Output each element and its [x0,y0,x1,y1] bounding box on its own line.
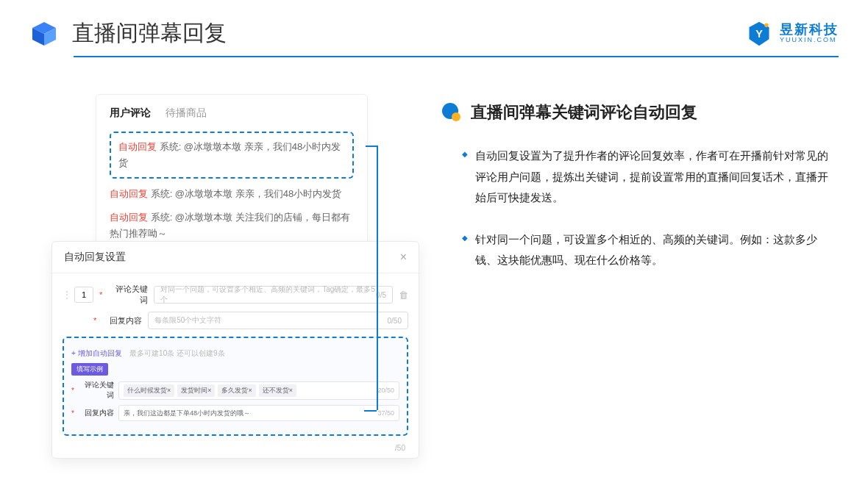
ex-keyword-counter: 20/50 [377,387,394,394]
screenshot-mock-area: 用户评论 待播商品 自动回复 系统: @冰墩墩本墩 亲亲，我们48小时内发货 自… [51,94,419,292]
order-input[interactable] [74,287,93,303]
comment-row: 自动回复 系统: @冰墩墩本墩 关注我们的店铺，每日都有热门推荐呦～ [110,209,354,242]
required-star: * [99,290,102,299]
chat-bubble-icon [441,102,462,123]
auto-reply-tag: 自动回复 [110,212,148,223]
content-counter: 0/50 [388,317,402,325]
bullet-item: 针对同一个问题，可设置多个相近的、高频的关键词。例如：这款多少钱、这块能优惠吗、… [462,229,839,271]
settings-title: 自动回复设置 [64,251,126,264]
ex-content-text: 亲，我们这边都是下单48小时内发货的哦～ [124,409,250,418]
comments-tabs: 用户评论 待播商品 [110,107,354,120]
ex-keyword-label: 评论关键词 [79,380,114,401]
delete-icon[interactable]: 🗑 [399,290,408,301]
brand-logo-block: Y 昱新科技 YUUXIN.COM [746,21,839,47]
brand-logo-icon: Y [746,21,772,47]
page-header: 直播间弹幕回复 Y 昱新科技 YUUXIN.COM [0,0,868,56]
close-icon[interactable]: × [400,251,407,264]
required-star: * [93,316,96,325]
explanation-bullets: 自动回复设置为了提升作者的评论回复效率，作者可在开播前针对常见的评论用户问题，提… [441,146,839,271]
required-star: * [71,409,74,417]
outer-counter: /50 [395,444,405,452]
cube-icon [29,19,59,49]
content-input[interactable]: 每条限50个中文字符 0/50 [148,312,408,329]
auto-reply-tag: 自动回复 [118,141,157,152]
page-title: 直播间弹幕回复 [72,18,227,49]
highlighted-comment: 自动回复 系统: @冰墩墩本墩 亲亲，我们48小时内发货 [110,132,354,179]
drag-handle-icon[interactable]: ⋮⋮ [63,290,68,300]
ex-content-box[interactable]: 亲，我们这边都是下单48小时内发货的哦～ 37/50 [118,405,399,421]
tab-pending-goods[interactable]: 待播商品 [166,107,207,120]
explanation-panel: 直播间弹幕关键词评论自动回复 自动回复设置为了提升作者的评论回复效率，作者可在开… [441,94,839,292]
auto-reply-settings-card: 自动回复设置 × ⋮⋮ * 评论关键词 对同一个问题，可设置多个相近、高频的关键… [51,241,419,459]
chip[interactable]: 还不发货× [259,384,296,397]
ex-keyword-chips[interactable]: 什么时候发货× 发货时间× 多久发货× 还不发货× 20/50 [118,381,399,400]
add-auto-reply-link[interactable]: + 增加自动回复 [71,349,122,357]
tab-user-comments[interactable]: 用户评论 [110,107,151,120]
comment-text: 系统: @冰墩墩本墩 亲亲，我们48小时内发货 [151,188,342,199]
add-hint: 最多可建10条 还可以创建9条 [129,349,224,357]
auto-reply-tag: 自动回复 [110,188,148,199]
svg-point-4 [764,23,768,26]
keyword-label: 评论关键词 [108,284,148,306]
chip[interactable]: 发货时间× [177,384,215,397]
ex-content-counter: 37/50 [377,409,394,417]
brand-domain: YUUXIN.COM [780,37,839,44]
ex-content-label: 回复内容 [79,408,114,418]
brand-name: 昱新科技 [780,23,839,37]
svg-text:Y: Y [755,28,763,40]
comment-row: 自动回复 系统: @冰墩墩本墩 亲亲，我们48小时内发货 [110,186,354,202]
chip[interactable]: 什么时候发货× [124,384,174,397]
required-star: * [71,387,74,395]
example-badge: 填写示例 [71,363,108,376]
keyword-counter: 0/5 [376,291,386,299]
content-label: 回复内容 [102,315,142,326]
example-box: + 增加自动回复 最多可建10条 还可以创建9条 填写示例 * 评论关键词 什么… [63,337,408,436]
svg-point-6 [452,112,460,121]
section-title: 直播间弹幕关键词评论自动回复 [471,101,697,123]
chip[interactable]: 多久发货× [218,384,255,397]
keyword-input[interactable]: 对同一个问题，可设置多个相近、高频的关键词，Tag确定，最多5个 0/5 [154,286,393,304]
bullet-item: 自动回复设置为了提升作者的评论回复效率，作者可在开播前针对常见的评论用户问题，提… [462,146,839,209]
